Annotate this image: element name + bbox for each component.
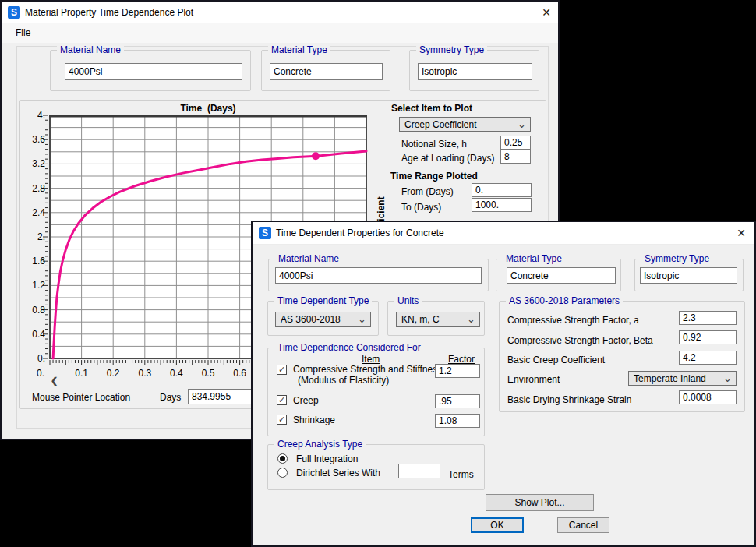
symmetry-type-label: Symmetry Type (416, 44, 487, 55)
props-window: S Time Dependent Properties for Concrete… (251, 221, 756, 547)
material-type-group: Material Type (496, 259, 621, 291)
creep-analysis-label: Creep Analysis Type (274, 439, 366, 450)
symmetry-type-group: Symmetry Type (634, 259, 744, 291)
creep-checkbox[interactable]: ✓ (277, 395, 287, 405)
notional-size-label: Notional Size, h (401, 139, 467, 150)
time-dependent-type-group: Time Dependent Type AS 3600-2018 ⌄ (267, 301, 379, 336)
material-name-field[interactable] (65, 63, 242, 80)
ylab-tick-label: 3.6 (23, 135, 45, 145)
mouse-location-field (188, 389, 260, 404)
plot-item-dropdown-value: Creep Coefficient (404, 119, 477, 130)
ylab-tick-label: 3.2 (23, 159, 45, 169)
param-row-label: Compressive Strength Factor, a (507, 315, 639, 326)
units-label: Units (394, 295, 422, 306)
time-dependent-type-dropdown[interactable]: AS 3600-2018 ⌄ (275, 312, 371, 327)
material-name-label: Material Name (57, 44, 124, 55)
check-icon: ✓ (278, 395, 285, 404)
compressive-factor-a-field[interactable] (679, 311, 737, 325)
creep-analysis-group: Creep Analysis Type Full Integration Dir… (267, 444, 485, 490)
time-range-heading: Time Range Plotted (390, 171, 478, 182)
parameters-label: AS 3600-2018 Parameters (506, 295, 623, 306)
age-loading-label: Age at Loading (Days) (401, 153, 494, 164)
compressive-checkbox[interactable]: ✓ (277, 365, 287, 375)
material-type-field[interactable] (507, 267, 616, 284)
full-integration-radio[interactable] (277, 453, 288, 464)
menu-bar: File (2, 23, 558, 43)
shrinkage-checkbox[interactable]: ✓ (277, 415, 287, 425)
ylab-tick-label: 1.6 (23, 256, 45, 266)
time-from-label: From (Days) (401, 186, 454, 197)
material-type-label: Material Type (268, 44, 330, 55)
mouse-location-unit: Days (160, 392, 181, 403)
shrinkage-factor-field[interactable] (435, 414, 480, 428)
xlab-tick-label: 0.5 (196, 369, 220, 379)
creep-factor-field[interactable] (435, 394, 480, 408)
ylab-tick-label: 4. (23, 111, 45, 121)
compressive-factor-field[interactable] (435, 364, 480, 378)
environment-dropdown[interactable]: Temperate Inland ⌄ (628, 371, 737, 386)
time-dependent-type-label: Time Dependent Type (274, 295, 372, 306)
compressive-item-label2: (Modulus of Elasticity) (298, 375, 389, 386)
material-name-group: Material Name (268, 259, 489, 291)
time-to-field[interactable] (472, 198, 532, 212)
compressive-factor-beta-field[interactable] (679, 330, 737, 344)
show-plot-button[interactable]: Show Plot... (486, 494, 594, 511)
symmetry-type-group: Symmetry Type (409, 50, 539, 91)
compressive-item-label: Compressive Strength and Stiffness (293, 364, 442, 375)
ylab-tick-label: 0.8 (23, 305, 45, 316)
plot-item-dropdown[interactable]: Creep Coefficient ⌄ (399, 117, 531, 132)
plot-window-titlebar[interactable]: S Material Property Time Dependence Plot… (2, 2, 558, 24)
close-icon[interactable]: ✕ (538, 5, 555, 20)
parameters-group: AS 3600-2018 Parameters Compressive Stre… (499, 301, 745, 412)
material-type-group: Material Type (261, 50, 390, 91)
terms-field[interactable] (398, 464, 440, 478)
material-name-group: Material Name (50, 50, 251, 91)
param-row-label: Basic Drying Shrinkage Strain (507, 394, 631, 405)
shrinkage-item-label: Shrinkage (293, 415, 335, 425)
basic-creep-coefficient-field[interactable] (679, 351, 737, 365)
creep-item-label: Creep (293, 395, 319, 406)
symmetry-type-label: Symmetry Type (641, 253, 712, 264)
units-group: Units KN, m, C ⌄ (387, 301, 485, 336)
props-window-titlebar[interactable]: S Time Dependent Properties for Concrete… (253, 222, 754, 245)
environment-value: Temperate Inland (634, 373, 706, 384)
param-row-label: Compressive Strength Factor, Beta (507, 335, 653, 346)
units-dropdown[interactable]: KN, m, C ⌄ (396, 312, 480, 327)
menu-file[interactable]: File (9, 23, 37, 43)
dirichlet-series-radio[interactable] (277, 468, 288, 478)
ok-button[interactable]: OK (471, 517, 524, 533)
cancel-button[interactable]: Cancel (557, 517, 609, 533)
xlab-tick-label: 0. (29, 369, 52, 379)
material-name-label: Material Name (275, 253, 342, 264)
material-name-field[interactable] (275, 267, 482, 284)
full-integration-label: Full Integration (296, 453, 358, 464)
xlab-tick-label: 0.6 (228, 369, 252, 379)
desktop: { "colors": { "accent_blue": "#1470e1", … (0, 0, 756, 547)
symmetry-type-field[interactable] (640, 267, 737, 284)
xlab-tick-label: 0.3 (133, 369, 157, 379)
time-dependence-group: Time Dependence Considered For Item Fact… (267, 348, 485, 436)
close-icon[interactable]: ✕ (733, 225, 750, 241)
dirichlet-series-label: Dirichlet Series With (296, 468, 380, 478)
age-loading-field[interactable] (500, 150, 531, 164)
terms-label: Terms (448, 469, 474, 480)
basic-drying-shrinkage-field[interactable] (679, 390, 737, 404)
time-from-field[interactable] (472, 183, 532, 197)
time-dependent-type-value: AS 3600-2018 (281, 314, 341, 325)
symmetry-type-field[interactable] (418, 63, 532, 80)
mouse-location-label: Mouse Pointer Location (32, 392, 130, 403)
ylab-tick-label: 2. (23, 232, 45, 242)
chevron-down-icon: ⌄ (518, 118, 526, 131)
xlab-tick-label: 0.1 (70, 369, 94, 379)
app-icon: S (8, 6, 20, 19)
material-type-label: Material Type (503, 253, 565, 264)
ylab-tick-label: 1.2 (23, 281, 45, 291)
units-value: KN, m, C (401, 314, 440, 325)
material-type-field[interactable] (270, 63, 383, 80)
ylab-tick-label: 0. (23, 354, 45, 364)
param-row-label: Basic Creep Coefficient (507, 355, 605, 365)
chevron-down-icon: ⌄ (723, 372, 732, 385)
xlab-tick-label: 0.4 (164, 369, 188, 379)
plot-window-title: Material Property Time Dependence Plot (25, 7, 193, 18)
notional-size-field[interactable] (500, 136, 531, 150)
